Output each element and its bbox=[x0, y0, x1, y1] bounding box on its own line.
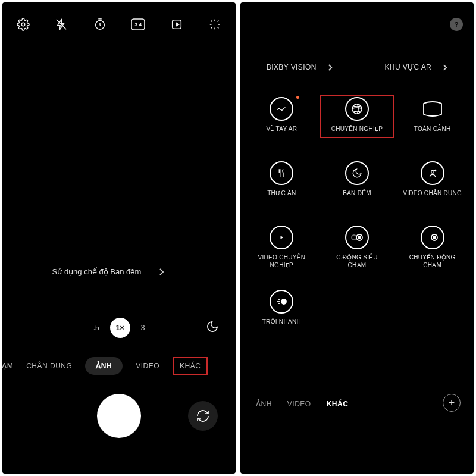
aspect-ratio-label: 3:4 bbox=[134, 22, 142, 27]
motion-photo-icon[interactable] bbox=[169, 17, 184, 32]
chevron-right-icon bbox=[442, 64, 447, 71]
mode-portrait-video[interactable]: VIDEO CHÂN DUNG bbox=[394, 161, 470, 198]
night-label: BAN ĐÊM bbox=[343, 190, 371, 198]
filters-icon[interactable] bbox=[207, 17, 223, 32]
mode-strip-right[interactable]: ẢNH VIDEO KHÁC bbox=[240, 400, 474, 408]
mode-food[interactable]: THỨC ĂN bbox=[244, 161, 320, 198]
svg-point-14 bbox=[433, 236, 436, 239]
svg-point-8 bbox=[434, 170, 436, 171]
feature-links: BIXBY VISION KHU VỰC AR bbox=[240, 63, 474, 71]
arzone-label: KHU VỰC AR bbox=[384, 63, 431, 71]
rmode-photo[interactable]: ẢNH bbox=[256, 400, 272, 408]
food-icon bbox=[270, 161, 293, 185]
top-toolbar: 3:4 bbox=[2, 2, 236, 38]
hyperlapse-icon bbox=[270, 290, 293, 314]
portrait-video-icon bbox=[421, 161, 444, 185]
pro-video-label: VIDEO CHUYÊN NGHIỆP bbox=[252, 254, 311, 269]
night-mode-suggestion[interactable]: Sử dụng chế độ Ban đêm bbox=[35, 267, 164, 276]
slowmo-label: CHUYỂN ĐỘNG CHẬM bbox=[403, 254, 462, 269]
mode-video[interactable]: VIDEO bbox=[136, 362, 159, 370]
mode-panorama[interactable]: TOÀN CẢNH bbox=[394, 97, 470, 133]
svg-point-0 bbox=[21, 23, 25, 26]
portrait-video-label: VIDEO CHÂN DUNG bbox=[403, 190, 462, 198]
mode-strip-left[interactable]: HẠM CHÂN DUNG ẢNH VIDEO KHÁC bbox=[2, 357, 236, 375]
settings-icon[interactable] bbox=[15, 17, 31, 32]
mode-portrait[interactable]: CHÂN DUNG bbox=[26, 362, 72, 370]
mode-night[interactable]: BAN ĐÊM bbox=[320, 161, 395, 198]
panorama-icon bbox=[421, 97, 444, 121]
svg-point-12 bbox=[352, 235, 356, 240]
mode-pro-video[interactable]: VIDEO CHUYÊN NGHIỆP bbox=[244, 226, 320, 269]
add-mode-button[interactable]: + bbox=[443, 394, 461, 412]
mode-super-slowmo[interactable]: C.ĐỘNG SIÊU CHẬM bbox=[320, 226, 395, 269]
help-icon[interactable]: ? bbox=[450, 18, 463, 31]
mode-ardoodle[interactable]: VẼ TAY AR bbox=[244, 97, 320, 133]
rmode-more-active[interactable]: KHÁC bbox=[327, 400, 349, 408]
mode-pro-highlighted[interactable]: CHUYÊN NGHIỆP bbox=[320, 95, 395, 138]
mode-grid: VẼ TAY AR CHUYÊN NGHIỆP TOÀN CẢNH THỨC Ă… bbox=[240, 89, 474, 384]
slowmo-icon bbox=[421, 226, 444, 249]
flip-icon bbox=[196, 409, 210, 423]
mode-truncated[interactable]: HẠM bbox=[2, 362, 13, 370]
camera-screen: 3:4 Sử dụng chế độ Ban đêm .5 1× 3 HẠM C… bbox=[2, 2, 236, 474]
hyperlapse-label: TRÔI NHANH bbox=[262, 318, 301, 326]
bixby-label: BIXBY VISION bbox=[267, 63, 317, 71]
zoom-tele[interactable]: 3 bbox=[141, 324, 145, 332]
aspect-ratio-icon[interactable]: 3:4 bbox=[130, 17, 146, 32]
pro-icon bbox=[345, 97, 369, 121]
ardoodle-label: VẼ TAY AR bbox=[266, 126, 297, 133]
pro-video-icon bbox=[270, 226, 293, 249]
super-slowmo-icon bbox=[345, 226, 369, 249]
bixby-vision-link[interactable]: BIXBY VISION bbox=[267, 63, 333, 71]
pro-label: CHUYÊN NGHIỆP bbox=[331, 126, 383, 133]
ar-zone-link[interactable]: KHU VỰC AR bbox=[384, 63, 447, 71]
svg-marker-9 bbox=[281, 236, 284, 239]
ardoodle-icon bbox=[270, 97, 293, 121]
rmode-video[interactable]: VIDEO bbox=[287, 400, 311, 408]
food-label: THỨC ĂN bbox=[267, 190, 296, 198]
night-toggle-icon[interactable] bbox=[206, 320, 219, 333]
svg-point-15 bbox=[281, 299, 286, 304]
mode-hyperlapse[interactable]: TRÔI NHANH bbox=[244, 290, 320, 326]
svg-point-7 bbox=[431, 171, 434, 174]
timer-icon[interactable] bbox=[92, 17, 108, 32]
mode-photo-active[interactable]: ẢNH bbox=[85, 357, 123, 375]
svg-point-11 bbox=[358, 236, 361, 239]
zoom-wide[interactable]: .5 bbox=[93, 324, 99, 332]
shutter-button[interactable] bbox=[97, 394, 141, 438]
svg-marker-5 bbox=[176, 23, 179, 26]
night-icon bbox=[345, 161, 369, 185]
flash-off-icon[interactable] bbox=[54, 17, 69, 32]
chevron-right-icon bbox=[158, 268, 164, 276]
night-hint-text: Sử dụng chế độ Ban đêm bbox=[35, 267, 158, 276]
chevron-right-icon bbox=[327, 64, 333, 71]
panorama-label: TOÀN CẢNH bbox=[414, 126, 451, 133]
zoom-1x[interactable]: 1× bbox=[110, 318, 130, 338]
new-dot-icon bbox=[296, 96, 299, 99]
super-slowmo-label: C.ĐỘNG SIÊU CHẬM bbox=[327, 254, 387, 269]
switch-camera-button[interactable] bbox=[188, 401, 218, 431]
mode-slowmo[interactable]: CHUYỂN ĐỘNG CHẬM bbox=[394, 226, 470, 269]
mode-more-highlighted[interactable]: KHÁC bbox=[173, 357, 208, 375]
zoom-controls: .5 1× 3 bbox=[2, 318, 236, 338]
more-modes-screen: ? BIXBY VISION KHU VỰC AR VẼ TAY AR CHUY… bbox=[240, 2, 474, 474]
